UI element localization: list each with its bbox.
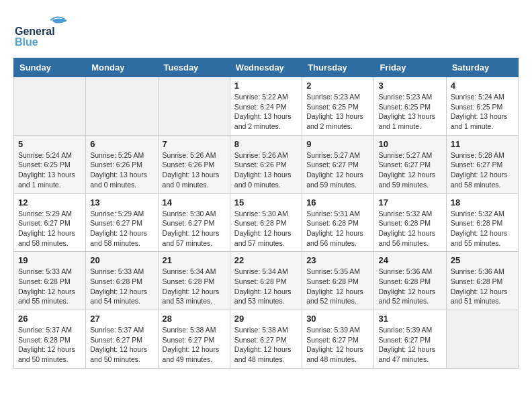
logo: General Blue [13, 13, 74, 47]
day-detail: Sunrise: 5:30 AM Sunset: 6:27 PM Dayligh… [163, 209, 226, 248]
calendar-cell: 21Sunrise: 5:34 AM Sunset: 6:28 PM Dayli… [158, 252, 230, 310]
day-number: 28 [163, 314, 226, 324]
day-detail: Sunrise: 5:33 AM Sunset: 6:28 PM Dayligh… [18, 267, 81, 306]
calendar-cell: 9Sunrise: 5:27 AM Sunset: 6:27 PM Daylig… [302, 135, 374, 193]
calendar-table: SundayMondayTuesdayWednesdayThursdayFrid… [13, 58, 519, 369]
day-detail: Sunrise: 5:29 AM Sunset: 6:27 PM Dayligh… [90, 209, 153, 248]
day-detail: Sunrise: 5:31 AM Sunset: 6:28 PM Dayligh… [306, 209, 369, 248]
day-number: 15 [234, 197, 298, 208]
calendar-cell: 3Sunrise: 5:23 AM Sunset: 6:25 PM Daylig… [374, 77, 446, 136]
calendar-cell: 13Sunrise: 5:29 AM Sunset: 6:27 PM Dayli… [86, 193, 158, 252]
day-number: 11 [451, 139, 514, 149]
day-number: 20 [90, 255, 153, 265]
day-detail: Sunrise: 5:28 AM Sunset: 6:27 PM Dayligh… [451, 150, 514, 190]
calendar-cell: 27Sunrise: 5:37 AM Sunset: 6:27 PM Dayli… [86, 310, 158, 369]
calendar-cell: 20Sunrise: 5:33 AM Sunset: 6:28 PM Dayli… [86, 252, 158, 310]
day-detail: Sunrise: 5:30 AM Sunset: 6:28 PM Dayligh… [234, 209, 298, 248]
calendar-cell: 6Sunrise: 5:25 AM Sunset: 6:26 PM Daylig… [86, 135, 158, 193]
calendar-cell: 11Sunrise: 5:28 AM Sunset: 6:27 PM Dayli… [446, 135, 518, 193]
calendar-cell: 7Sunrise: 5:26 AM Sunset: 6:26 PM Daylig… [158, 135, 230, 193]
day-detail: Sunrise: 5:36 AM Sunset: 6:28 PM Dayligh… [451, 267, 514, 306]
day-number: 12 [18, 197, 81, 208]
day-number: 19 [18, 255, 81, 265]
calendar-week-row: 26Sunrise: 5:37 AM Sunset: 6:28 PM Dayli… [14, 310, 519, 369]
calendar-cell: 19Sunrise: 5:33 AM Sunset: 6:28 PM Dayli… [14, 252, 86, 310]
calendar-week-row: 5Sunrise: 5:24 AM Sunset: 6:25 PM Daylig… [14, 135, 519, 193]
logo-svg: General Blue [13, 13, 74, 47]
calendar-cell: 5Sunrise: 5:24 AM Sunset: 6:25 PM Daylig… [14, 135, 86, 193]
day-number: 21 [163, 255, 226, 265]
day-number: 17 [378, 197, 441, 208]
day-number: 26 [18, 314, 81, 324]
svg-text:General: General [15, 26, 55, 37]
day-number: 30 [306, 314, 369, 324]
weekday-header-row: SundayMondayTuesdayWednesdayThursdayFrid… [14, 58, 519, 77]
day-detail: Sunrise: 5:32 AM Sunset: 6:28 PM Dayligh… [378, 209, 441, 248]
day-number: 14 [163, 197, 226, 208]
day-detail: Sunrise: 5:35 AM Sunset: 6:28 PM Dayligh… [306, 267, 369, 306]
calendar-cell: 8Sunrise: 5:26 AM Sunset: 6:26 PM Daylig… [230, 135, 302, 193]
calendar-cell: 31Sunrise: 5:39 AM Sunset: 6:27 PM Dayli… [374, 310, 446, 369]
day-number: 2 [306, 81, 369, 91]
day-number: 22 [234, 255, 298, 265]
day-detail: Sunrise: 5:22 AM Sunset: 6:24 PM Dayligh… [234, 92, 298, 132]
calendar-cell: 26Sunrise: 5:37 AM Sunset: 6:28 PM Dayli… [14, 310, 86, 369]
weekday-header: Saturday [446, 58, 518, 77]
day-detail: Sunrise: 5:23 AM Sunset: 6:25 PM Dayligh… [378, 92, 441, 132]
day-number: 13 [90, 197, 153, 208]
weekday-header: Tuesday [158, 58, 230, 77]
calendar-cell [158, 77, 230, 136]
day-detail: Sunrise: 5:26 AM Sunset: 6:26 PM Dayligh… [163, 150, 226, 190]
calendar-week-row: 1Sunrise: 5:22 AM Sunset: 6:24 PM Daylig… [14, 77, 519, 136]
calendar-cell: 14Sunrise: 5:30 AM Sunset: 6:27 PM Dayli… [158, 193, 230, 252]
svg-text:Blue: Blue [15, 36, 38, 47]
calendar-week-row: 12Sunrise: 5:29 AM Sunset: 6:27 PM Dayli… [14, 193, 519, 252]
calendar-cell: 25Sunrise: 5:36 AM Sunset: 6:28 PM Dayli… [446, 252, 518, 310]
day-detail: Sunrise: 5:25 AM Sunset: 6:26 PM Dayligh… [90, 150, 153, 190]
calendar-body: 1Sunrise: 5:22 AM Sunset: 6:24 PM Daylig… [14, 77, 519, 369]
calendar-cell: 22Sunrise: 5:34 AM Sunset: 6:28 PM Dayli… [230, 252, 302, 310]
day-number: 4 [451, 81, 514, 91]
day-number: 24 [378, 255, 441, 265]
day-detail: Sunrise: 5:37 AM Sunset: 6:28 PM Dayligh… [18, 325, 81, 365]
calendar-cell: 1Sunrise: 5:22 AM Sunset: 6:24 PM Daylig… [230, 77, 302, 136]
day-number: 29 [234, 314, 298, 324]
day-number: 5 [18, 139, 81, 149]
day-detail: Sunrise: 5:37 AM Sunset: 6:27 PM Dayligh… [90, 325, 153, 365]
day-number: 23 [306, 255, 369, 265]
day-number: 9 [306, 139, 369, 149]
day-number: 1 [234, 81, 298, 91]
weekday-header: Wednesday [230, 58, 302, 77]
calendar-cell: 2Sunrise: 5:23 AM Sunset: 6:25 PM Daylig… [302, 77, 374, 136]
day-detail: Sunrise: 5:39 AM Sunset: 6:27 PM Dayligh… [306, 325, 369, 365]
weekday-header: Friday [374, 58, 446, 77]
day-detail: Sunrise: 5:32 AM Sunset: 6:28 PM Dayligh… [451, 209, 514, 248]
day-number: 7 [163, 139, 226, 149]
day-detail: Sunrise: 5:24 AM Sunset: 6:25 PM Dayligh… [451, 92, 514, 132]
day-detail: Sunrise: 5:27 AM Sunset: 6:27 PM Dayligh… [378, 150, 441, 190]
day-detail: Sunrise: 5:34 AM Sunset: 6:28 PM Dayligh… [163, 267, 226, 306]
calendar-cell [14, 77, 86, 136]
day-number: 18 [451, 197, 514, 208]
day-detail: Sunrise: 5:33 AM Sunset: 6:28 PM Dayligh… [90, 267, 153, 306]
day-detail: Sunrise: 5:39 AM Sunset: 6:27 PM Dayligh… [378, 325, 441, 365]
day-number: 8 [234, 139, 298, 149]
calendar-cell: 10Sunrise: 5:27 AM Sunset: 6:27 PM Dayli… [374, 135, 446, 193]
calendar-cell: 18Sunrise: 5:32 AM Sunset: 6:28 PM Dayli… [446, 193, 518, 252]
day-detail: Sunrise: 5:27 AM Sunset: 6:27 PM Dayligh… [306, 150, 369, 190]
weekday-header: Monday [86, 58, 158, 77]
calendar-cell: 12Sunrise: 5:29 AM Sunset: 6:27 PM Dayli… [14, 193, 86, 252]
calendar-cell [86, 77, 158, 136]
day-detail: Sunrise: 5:38 AM Sunset: 6:27 PM Dayligh… [234, 325, 298, 365]
day-detail: Sunrise: 5:38 AM Sunset: 6:27 PM Dayligh… [163, 325, 226, 365]
day-detail: Sunrise: 5:24 AM Sunset: 6:25 PM Dayligh… [18, 150, 81, 190]
calendar-cell: 16Sunrise: 5:31 AM Sunset: 6:28 PM Dayli… [302, 193, 374, 252]
calendar-cell [446, 310, 518, 369]
day-number: 16 [306, 197, 369, 208]
calendar-cell: 30Sunrise: 5:39 AM Sunset: 6:27 PM Dayli… [302, 310, 374, 369]
calendar-header: SundayMondayTuesdayWednesdayThursdayFrid… [14, 58, 519, 77]
day-number: 3 [378, 81, 441, 91]
calendar-cell: 23Sunrise: 5:35 AM Sunset: 6:28 PM Dayli… [302, 252, 374, 310]
day-detail: Sunrise: 5:23 AM Sunset: 6:25 PM Dayligh… [306, 92, 369, 132]
weekday-header: Thursday [302, 58, 374, 77]
